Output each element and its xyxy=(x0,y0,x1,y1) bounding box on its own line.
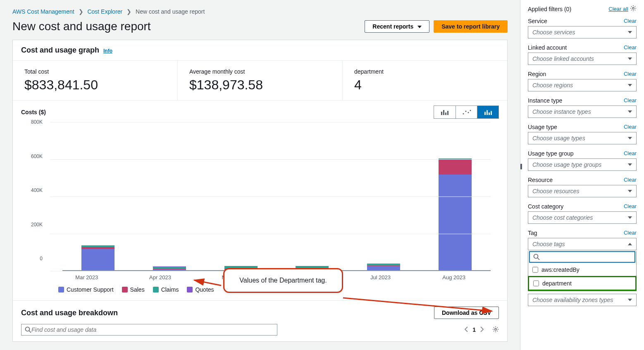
chevron-down-icon xyxy=(628,163,632,166)
legend-item: Claims xyxy=(153,286,179,293)
clear-filter-link[interactable]: Clear xyxy=(624,177,637,183)
collapse-handle-icon[interactable]: ▌▌ xyxy=(520,161,525,171)
breakdown-search-input[interactable] xyxy=(31,326,274,333)
filter-label: Resource xyxy=(528,177,553,183)
tag-search-input[interactable] xyxy=(529,251,635,263)
breadcrumb-root[interactable]: AWS Cost Management xyxy=(12,8,74,15)
prev-page-button[interactable] xyxy=(464,326,468,333)
breakdown-title: Cost and usage breakdown xyxy=(21,309,118,317)
chevron-down-icon xyxy=(628,137,632,139)
bar-chart-icon[interactable] xyxy=(434,106,456,118)
avg-cost-value: $138,973.58 xyxy=(189,77,331,93)
filter-label: Instance type xyxy=(528,97,562,104)
clear-filter-link[interactable]: Clear xyxy=(624,203,637,210)
bar-group xyxy=(296,126,329,270)
filter-label: Region xyxy=(528,71,546,77)
tag-dropdown: aws:createdBy department xyxy=(528,251,637,291)
next-page-button[interactable] xyxy=(480,326,484,333)
settings-icon[interactable] xyxy=(492,326,499,334)
bar-group xyxy=(367,126,400,270)
svg-rect-3 xyxy=(447,111,448,115)
line-chart-icon[interactable] xyxy=(456,106,477,118)
save-report-button[interactable]: Save to report library xyxy=(434,20,508,33)
search-icon xyxy=(25,326,31,333)
chevron-down-icon xyxy=(628,216,632,219)
graph-panel-title: Cost and usage graph xyxy=(21,46,99,55)
svg-point-15 xyxy=(26,327,30,331)
total-cost-label: Total cost xyxy=(24,68,166,75)
stacked-bar-chart-icon[interactable] xyxy=(477,106,499,118)
filter-select[interactable]: Choose services xyxy=(528,26,637,38)
svg-line-22 xyxy=(538,258,540,260)
svg-rect-9 xyxy=(484,112,486,113)
filter-select[interactable]: Choose instance types xyxy=(528,105,637,118)
clear-filter-link[interactable]: Clear xyxy=(624,44,637,51)
clear-filter-link[interactable]: Clear xyxy=(624,97,637,104)
svg-point-4 xyxy=(463,113,464,115)
filter-label: Usage type group xyxy=(528,150,574,157)
bar-group xyxy=(439,126,472,270)
svg-point-6 xyxy=(467,112,469,113)
cost-usage-panel: Cost and usage graph Info Total cost $83… xyxy=(12,40,508,342)
breakdown-search[interactable] xyxy=(21,324,277,336)
svg-point-7 xyxy=(470,110,471,111)
bar-segment xyxy=(439,175,472,270)
chevron-down-icon xyxy=(628,84,632,86)
total-cost-value: $833,841.50 xyxy=(24,77,166,93)
filter-select[interactable]: Choose cost categories xyxy=(528,211,637,224)
svg-point-5 xyxy=(465,111,466,112)
page-title: New cost and usage report xyxy=(12,20,151,33)
y-tick: 200K xyxy=(31,222,43,228)
filter-select[interactable]: Choose regions xyxy=(528,79,637,91)
tag-filter-select[interactable]: Choose tags xyxy=(528,238,637,250)
legend-swatch xyxy=(122,287,128,292)
legend-swatch xyxy=(187,287,193,292)
svg-point-17 xyxy=(495,328,496,330)
filter-label-tag: Tag xyxy=(528,230,537,236)
clear-all-link[interactable]: Clear all xyxy=(608,6,628,12)
availability-zone-select[interactable]: Choose availability zones types xyxy=(528,294,637,306)
filter-select[interactable]: Choose resources xyxy=(528,185,637,197)
legend-item: Customer Support xyxy=(58,286,114,293)
bar-segment xyxy=(367,266,400,270)
legend-swatch xyxy=(58,287,64,292)
settings-icon[interactable] xyxy=(630,5,637,13)
download-csv-button[interactable]: Download as CSV xyxy=(434,307,499,319)
avg-cost-label: Average monthly cost xyxy=(189,68,331,75)
bar-group xyxy=(153,126,186,270)
x-label: Mar 2023 xyxy=(70,274,103,280)
filters-sidebar: ▌▌ Applied filters (0) Clear all Service… xyxy=(520,0,644,350)
tag-option-department[interactable]: department xyxy=(528,276,637,291)
bar-segment xyxy=(439,159,472,175)
x-label: Aug 2023 xyxy=(437,274,470,280)
group-label: department xyxy=(354,68,496,75)
info-link[interactable]: Info xyxy=(103,48,112,54)
svg-rect-11 xyxy=(487,110,488,112)
bar-group xyxy=(224,126,258,270)
breadcrumb-section[interactable]: Cost Explorer xyxy=(87,8,122,15)
clear-filter-link[interactable]: Clear xyxy=(624,71,637,77)
y-tick: 600K xyxy=(31,153,43,159)
x-label: Apr 2023 xyxy=(143,274,177,280)
y-tick: 400K xyxy=(31,187,43,193)
legend-item: Sales xyxy=(122,286,145,293)
applied-filters-label: Applied filters (0) xyxy=(528,6,571,12)
tag-option-aws-createdby[interactable]: aws:createdBy xyxy=(528,264,636,276)
chart-axis-title: Costs ($) xyxy=(21,109,46,115)
clear-filter-link[interactable]: Clear xyxy=(624,18,637,24)
clear-filter-link[interactable]: Clear xyxy=(624,150,637,157)
svg-point-20 xyxy=(632,7,634,9)
filter-label: Cost category xyxy=(528,203,563,210)
filter-select[interactable]: Choose usage type groups xyxy=(528,158,637,171)
clear-tag-link[interactable]: Clear xyxy=(624,230,637,236)
clear-filter-link[interactable]: Clear xyxy=(624,124,637,130)
legend-swatch xyxy=(153,287,159,292)
svg-rect-2 xyxy=(445,113,446,115)
recent-reports-button[interactable]: Recent reports xyxy=(365,20,429,33)
bar-group xyxy=(81,126,114,270)
filter-select[interactable]: Choose linked accounts xyxy=(528,53,637,65)
page-number: 1 xyxy=(472,326,476,333)
group-value: 4 xyxy=(354,77,496,93)
svg-line-16 xyxy=(29,331,31,333)
filter-select[interactable]: Choose usage types xyxy=(528,132,637,144)
